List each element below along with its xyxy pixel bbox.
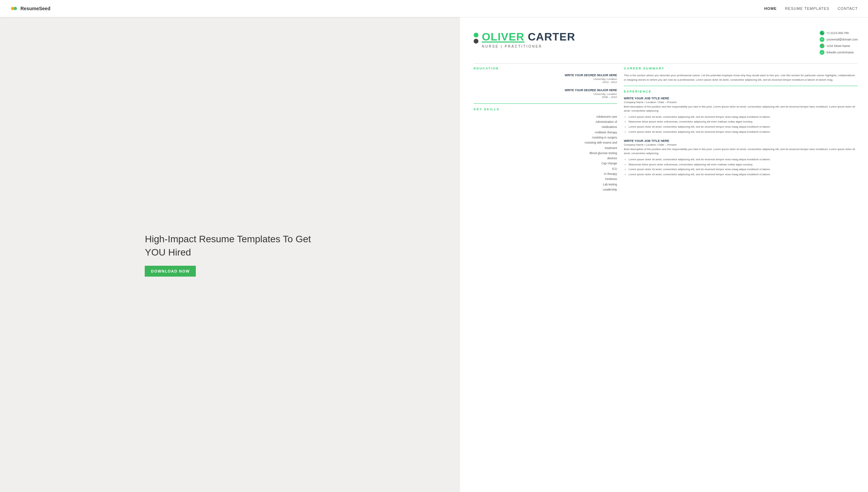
- resume-contact-block: 📞 +1 0123-456-789 ✉ youremail@domain.com…: [820, 31, 858, 56]
- skill-9: devices: [474, 156, 617, 161]
- exp-job-title-2: WRITE YOUR JOB TITLE HERE: [624, 139, 858, 143]
- exp-desc-1: Brief description of the position and th…: [624, 105, 858, 113]
- page-wrapper: High-Impact Resume Templates To Get YOU …: [0, 0, 868, 492]
- navbar: ResumeSeed HOME RESUME TEMPLATES CONTACT: [0, 0, 868, 17]
- exp-bullet-2-3: Lorem ipsum dolor sit amet, consectetur …: [629, 167, 858, 172]
- left-panel: High-Impact Resume Templates To Get YOU …: [0, 17, 460, 492]
- email-icon: ✉: [820, 37, 824, 42]
- exp-bullet-1-3: Lorem ipsum dolor sit amet, consectetur …: [629, 125, 858, 129]
- exp-entry-2: WRITE YOUR JOB TITLE HERE Company Name /…: [624, 139, 858, 177]
- svg-point-1: [14, 7, 17, 10]
- skill-3: medications: [474, 125, 617, 130]
- dot-green: [474, 33, 478, 37]
- skill-8: Blood glucose testing: [474, 151, 617, 156]
- nav-resume-templates[interactable]: RESUME TEMPLATES: [785, 6, 830, 11]
- skills-list: Adolescent care Administration of medica…: [474, 114, 617, 192]
- experience-title: EXPERIENCE: [624, 89, 858, 93]
- edu-entry-2: WRITE YOUR DEGREE /MAJOR HERE University…: [474, 88, 617, 99]
- nav-contact[interactable]: CONTACT: [838, 6, 858, 11]
- education-section-title: EDUCATION: [474, 66, 617, 70]
- exp-bullet-1-2: Maecenas tellus ipsum dolor vollusmeas, …: [629, 120, 858, 124]
- resume-preview: OLIVER CARTER NURSE | PRACTITIONER 📞 +1 …: [460, 17, 868, 492]
- skill-14: Lab testing: [474, 182, 617, 187]
- hero-content: High-Impact Resume Templates To Get YOU …: [145, 232, 315, 277]
- skill-5: Assisting in surgery: [474, 135, 617, 140]
- resume-first-name: OLIVER: [482, 31, 524, 43]
- exp-entry-1: WRITE YOUR JOB TITLE HERE Company Name /…: [624, 97, 858, 134]
- location-icon: 📍: [820, 44, 824, 48]
- skill-15: Leadership: [474, 187, 617, 192]
- exp-bullets-2: Lorem ipsum dolor sit amet, consectetur …: [624, 158, 858, 177]
- edu-degree-2: WRITE YOUR DEGREE /MAJOR HERE: [474, 88, 617, 93]
- exp-bullets-1: Lorem ipsum dolor sit amet, consectetur …: [624, 115, 858, 134]
- skill-10: Cap change: [474, 161, 617, 166]
- resume-right-column: CAREER SUMMARY This is the section where…: [624, 66, 858, 192]
- edu-school-1: University, Location: [474, 78, 617, 81]
- contact-phone: 📞 +1 0123-456-789: [820, 31, 858, 35]
- resume-identity: OLIVER CARTER NURSE | PRACTITIONER: [482, 31, 575, 48]
- edu-degree-1: WRITE YOUR DEGREE /MAJOR HERE: [474, 73, 617, 78]
- hero-title: High-Impact Resume Templates To Get YOU …: [145, 232, 315, 259]
- phone-icon: 📞: [820, 31, 824, 35]
- exp-bullet-1-1: Lorem ipsum dolor sit amet, consectetur …: [629, 115, 858, 119]
- resume-header: OLIVER CARTER NURSE | PRACTITIONER 📞 +1 …: [474, 31, 858, 56]
- exp-desc-2: Brief description of the position and th…: [624, 147, 858, 155]
- resume-dots: [474, 33, 478, 44]
- logo[interactable]: ResumeSeed: [10, 5, 50, 12]
- skill-1: Adolescent care: [474, 114, 617, 119]
- contact-linkedin: in linkedin.com/in/name: [820, 50, 858, 55]
- skill-4: Antibiotic therapy: [474, 130, 617, 135]
- exp-company-1: Company Name / Location / Date – Present: [624, 101, 858, 104]
- resume-left-column: EDUCATION WRITE YOUR DEGREE /MAJOR HERE …: [474, 66, 617, 192]
- resume-last-name: CARTER: [528, 31, 575, 43]
- exp-bullet-2-4: Lorem ipsum dolor sit amet, consectetur …: [629, 173, 858, 177]
- edu-school-2: University, Location: [474, 93, 617, 96]
- linkedin-icon: in: [820, 50, 824, 55]
- logo-text: ResumeSeed: [20, 6, 50, 11]
- contact-email: ✉ youremail@domain.com: [820, 37, 858, 42]
- skill-6: Assisting with exams and: [474, 140, 617, 145]
- edu-years-2: 2006 – 2010: [474, 96, 617, 99]
- resume-full-name: OLIVER CARTER: [482, 31, 575, 43]
- career-summary-title: CAREER SUMMARY: [624, 66, 858, 70]
- exp-bullet-1-4: Lorem ipsum dolor sit amet, consectetur …: [629, 130, 858, 134]
- career-summary-text: This is the section where you describe y…: [624, 73, 858, 82]
- resume-body: EDUCATION WRITE YOUR DEGREE /MAJOR HERE …: [474, 66, 858, 192]
- header-divider: [474, 63, 858, 64]
- skill-12: IV therapy: [474, 171, 617, 177]
- exp-company-2: Company Name / Location / Date – Present: [624, 143, 858, 146]
- download-button[interactable]: DOWNLOAD NOW: [145, 266, 196, 277]
- summary-exp-divider: [624, 86, 858, 86]
- nav-home[interactable]: HOME: [764, 6, 777, 11]
- contact-address: 📍 1234 Street Name: [820, 44, 858, 48]
- exp-bullet-2-1: Lorem ipsum dolor sit amet, consectetur …: [629, 158, 858, 162]
- edu-entry-1: WRITE YOUR DEGREE /MAJOR HERE University…: [474, 73, 617, 84]
- skill-2: Administration of: [474, 119, 617, 125]
- resume-name-block: OLIVER CARTER NURSE | PRACTITIONER: [474, 31, 575, 48]
- skill-11: ICU: [474, 166, 617, 171]
- exp-bullet-2-2: Maecenas tellus ipsum dolor vollusmeas, …: [629, 163, 858, 167]
- edu-years-1: 2010 - 2012: [474, 81, 617, 84]
- skill-13: Kindness: [474, 177, 617, 182]
- resume-job-title: NURSE | PRACTITIONER: [482, 45, 575, 48]
- exp-job-title-1: WRITE YOUR JOB TITLE HERE: [624, 97, 858, 100]
- dot-dark: [474, 39, 478, 44]
- nav-links: HOME RESUME TEMPLATES CONTACT: [764, 6, 858, 11]
- logo-icon: [10, 5, 18, 12]
- skills-section-title: KEY SKILLS: [474, 107, 617, 111]
- edu-skills-divider: [474, 103, 617, 104]
- skill-7: treatment: [474, 146, 617, 151]
